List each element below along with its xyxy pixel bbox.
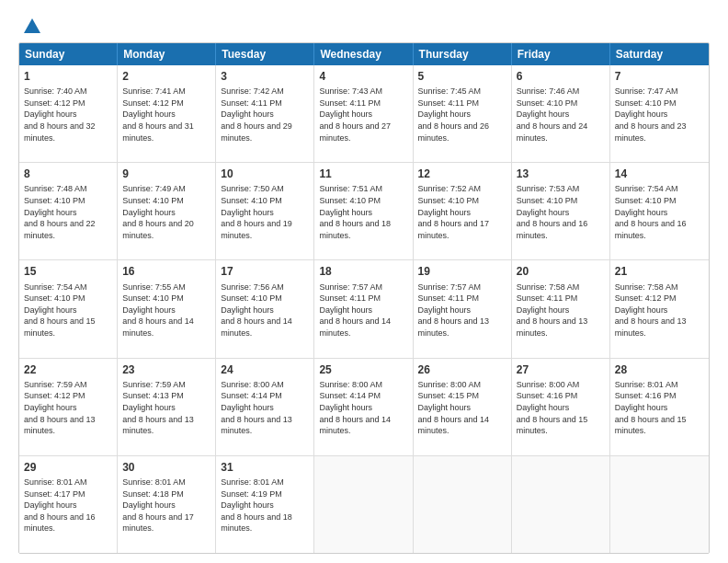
day-cell: 26Sunrise: 8:00 AMSunset: 4:15 PMDayligh… (414, 359, 512, 455)
day-info: Sunrise: 8:01 AMSunset: 4:16 PMDaylight … (615, 379, 704, 437)
day-info: Sunrise: 8:00 AMSunset: 4:16 PMDaylight … (517, 379, 605, 437)
day-info: Sunrise: 7:45 AMSunset: 4:11 PMDaylight … (418, 86, 506, 144)
day-cell: 30Sunrise: 8:01 AMSunset: 4:18 PMDayligh… (118, 456, 216, 553)
day-number: 6 (517, 69, 605, 84)
day-number: 5 (418, 69, 506, 84)
header-sunday: Sunday (19, 43, 118, 65)
day-info: Sunrise: 7:54 AMSunset: 4:10 PMDaylight … (615, 183, 704, 241)
day-number: 10 (221, 167, 309, 181)
day-number: 15 (24, 264, 112, 279)
day-cell: 10Sunrise: 7:50 AMSunset: 4:10 PMDayligh… (216, 163, 314, 259)
day-number: 29 (24, 460, 112, 475)
day-number: 20 (517, 264, 605, 279)
day-info: Sunrise: 7:42 AMSunset: 4:11 PMDaylight … (221, 86, 309, 144)
day-number: 25 (319, 362, 407, 377)
day-cell: 3Sunrise: 7:42 AMSunset: 4:11 PMDaylight… (216, 65, 314, 162)
header-wednesday: Wednesday (314, 43, 413, 65)
day-info: Sunrise: 7:54 AMSunset: 4:10 PMDaylight … (24, 282, 112, 339)
day-number: 13 (517, 167, 605, 181)
header-tuesday: Tuesday (216, 43, 314, 65)
day-info: Sunrise: 8:00 AMSunset: 4:15 PMDaylight … (418, 379, 506, 437)
day-cell: 24Sunrise: 8:00 AMSunset: 4:14 PMDayligh… (216, 359, 314, 455)
day-info: Sunrise: 7:57 AMSunset: 4:11 PMDaylight … (418, 282, 506, 339)
day-number: 11 (319, 167, 407, 181)
day-number: 16 (122, 264, 210, 279)
day-info: Sunrise: 7:43 AMSunset: 4:11 PMDaylight … (319, 86, 407, 144)
day-cell (512, 456, 610, 553)
week-row-2: 8Sunrise: 7:48 AMSunset: 4:10 PMDaylight… (19, 162, 709, 259)
week-row-1: 1Sunrise: 7:40 AMSunset: 4:12 PMDaylight… (19, 65, 709, 162)
day-number: 1 (24, 69, 112, 84)
week-row-5: 29Sunrise: 8:01 AMSunset: 4:17 PMDayligh… (19, 455, 709, 553)
day-number: 12 (418, 167, 506, 181)
day-number: 14 (615, 167, 704, 181)
day-cell: 15Sunrise: 7:54 AMSunset: 4:10 PMDayligh… (19, 260, 118, 357)
page-header (18, 17, 710, 33)
day-number: 24 (221, 362, 309, 377)
day-cell: 4Sunrise: 7:43 AMSunset: 4:11 PMDaylight… (314, 65, 413, 162)
day-cell: 29Sunrise: 8:01 AMSunset: 4:17 PMDayligh… (19, 456, 118, 553)
day-cell: 31Sunrise: 8:01 AMSunset: 4:19 PMDayligh… (216, 456, 314, 553)
day-cell: 16Sunrise: 7:55 AMSunset: 4:10 PMDayligh… (118, 260, 216, 357)
day-info: Sunrise: 7:59 AMSunset: 4:13 PMDaylight … (122, 379, 210, 437)
day-cell (414, 456, 512, 553)
calendar-header: SundayMondayTuesdayWednesdayThursdayFrid… (19, 43, 709, 65)
day-cell: 7Sunrise: 7:47 AMSunset: 4:10 PMDaylight… (610, 65, 709, 162)
day-number: 26 (418, 362, 506, 377)
day-number: 23 (122, 362, 210, 377)
day-info: Sunrise: 8:01 AMSunset: 4:17 PMDaylight … (24, 477, 112, 534)
week-row-3: 15Sunrise: 7:54 AMSunset: 4:10 PMDayligh… (19, 259, 709, 357)
day-info: Sunrise: 8:00 AMSunset: 4:14 PMDaylight … (319, 379, 407, 437)
day-cell: 5Sunrise: 7:45 AMSunset: 4:11 PMDaylight… (414, 65, 512, 162)
day-info: Sunrise: 8:01 AMSunset: 4:18 PMDaylight … (122, 477, 210, 534)
calendar-body: 1Sunrise: 7:40 AMSunset: 4:12 PMDaylight… (19, 65, 709, 553)
day-number: 27 (517, 362, 605, 377)
day-cell: 20Sunrise: 7:58 AMSunset: 4:11 PMDayligh… (512, 260, 610, 357)
day-info: Sunrise: 7:47 AMSunset: 4:10 PMDaylight … (615, 86, 704, 144)
day-number: 7 (615, 69, 704, 84)
day-cell (314, 456, 413, 553)
day-info: Sunrise: 7:50 AMSunset: 4:10 PMDaylight … (221, 183, 309, 241)
day-cell: 9Sunrise: 7:49 AMSunset: 4:10 PMDaylight… (118, 163, 216, 259)
day-cell: 6Sunrise: 7:46 AMSunset: 4:10 PMDaylight… (512, 65, 610, 162)
day-cell: 28Sunrise: 8:01 AMSunset: 4:16 PMDayligh… (610, 359, 709, 455)
calendar-page: SundayMondayTuesdayWednesdayThursdayFrid… (0, 0, 728, 563)
day-info: Sunrise: 7:58 AMSunset: 4:11 PMDaylight … (517, 282, 605, 339)
day-info: Sunrise: 7:52 AMSunset: 4:10 PMDaylight … (418, 183, 506, 241)
day-number: 28 (615, 362, 704, 377)
day-cell: 2Sunrise: 7:41 AMSunset: 4:12 PMDaylight… (118, 65, 216, 162)
day-cell: 23Sunrise: 7:59 AMSunset: 4:13 PMDayligh… (118, 359, 216, 455)
logo-icon (22, 17, 42, 37)
day-cell: 19Sunrise: 7:57 AMSunset: 4:11 PMDayligh… (414, 260, 512, 357)
day-cell (610, 456, 709, 553)
day-cell: 22Sunrise: 7:59 AMSunset: 4:12 PMDayligh… (19, 359, 118, 455)
day-cell: 18Sunrise: 7:57 AMSunset: 4:11 PMDayligh… (314, 260, 413, 357)
day-number: 21 (615, 264, 704, 279)
day-cell: 13Sunrise: 7:53 AMSunset: 4:10 PMDayligh… (512, 163, 610, 259)
day-cell: 27Sunrise: 8:00 AMSunset: 4:16 PMDayligh… (512, 359, 610, 455)
day-info: Sunrise: 7:53 AMSunset: 4:10 PMDaylight … (517, 183, 605, 241)
day-number: 3 (221, 69, 309, 84)
day-info: Sunrise: 7:48 AMSunset: 4:10 PMDaylight … (24, 183, 112, 241)
day-number: 19 (418, 264, 506, 279)
day-info: Sunrise: 7:58 AMSunset: 4:12 PMDaylight … (615, 282, 704, 339)
day-info: Sunrise: 7:51 AMSunset: 4:10 PMDaylight … (319, 183, 407, 241)
header-monday: Monday (118, 43, 216, 65)
day-number: 2 (122, 69, 210, 84)
day-cell: 1Sunrise: 7:40 AMSunset: 4:12 PMDaylight… (19, 65, 118, 162)
day-info: Sunrise: 7:41 AMSunset: 4:12 PMDaylight … (122, 86, 210, 144)
day-number: 9 (122, 167, 210, 181)
day-info: Sunrise: 7:59 AMSunset: 4:12 PMDaylight … (24, 379, 112, 437)
calendar: SundayMondayTuesdayWednesdayThursdayFrid… (18, 42, 710, 554)
day-cell: 11Sunrise: 7:51 AMSunset: 4:10 PMDayligh… (314, 163, 413, 259)
day-number: 17 (221, 264, 309, 279)
header-friday: Friday (512, 43, 610, 65)
day-info: Sunrise: 7:40 AMSunset: 4:12 PMDaylight … (24, 86, 112, 144)
day-info: Sunrise: 7:57 AMSunset: 4:11 PMDaylight … (319, 282, 407, 339)
day-number: 8 (24, 167, 112, 181)
day-number: 18 (319, 264, 407, 279)
day-info: Sunrise: 8:01 AMSunset: 4:19 PMDaylight … (221, 477, 309, 534)
day-info: Sunrise: 7:55 AMSunset: 4:10 PMDaylight … (122, 282, 210, 339)
day-cell: 25Sunrise: 8:00 AMSunset: 4:14 PMDayligh… (314, 359, 413, 455)
day-number: 31 (221, 460, 309, 475)
